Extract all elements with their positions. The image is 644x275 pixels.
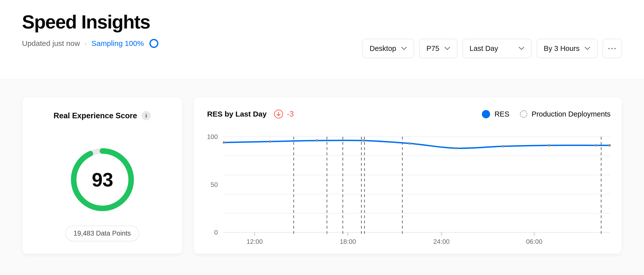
data-point[interactable] (594, 144, 597, 146)
chart-legend: RES Production Deployments (482, 110, 610, 118)
res-series-line (224, 140, 610, 148)
more-options-button[interactable]: ⋯ (602, 39, 622, 58)
y-axis-label: 0 (214, 229, 218, 236)
data-point[interactable] (548, 144, 550, 146)
legend-deployments-label: Production Deployments (532, 110, 610, 118)
y-axis-label: 50 (210, 181, 218, 188)
chevron-down-icon (401, 47, 407, 50)
data-point[interactable] (408, 142, 411, 145)
res-series-dot-icon (482, 110, 490, 118)
score-gauge: 93 (71, 148, 134, 211)
deployment-dashed-circle-icon (520, 110, 527, 118)
arrow-down-circle-icon (274, 109, 284, 119)
page-header: Speed Insights Updated just now · Sampli… (0, 0, 644, 79)
time-range-dropdown-label: Last Day (470, 44, 498, 53)
data-point[interactable] (222, 141, 225, 144)
score-value: 93 (71, 148, 134, 211)
granularity-dropdown-label: By 3 Hours (544, 44, 580, 53)
score-card-title: Real Experience Score (54, 111, 137, 120)
separator-dot: · (84, 39, 88, 48)
plot-area[interactable]: 10050012:0018:0024:0006:00 (223, 137, 610, 232)
data-point[interactable] (269, 140, 271, 143)
res-chart-card: RES by Last Day -3 RES Production De (194, 97, 622, 254)
delta-badge: -3 (274, 109, 294, 119)
legend-item-production-deployments[interactable]: Production Deployments (520, 110, 610, 118)
sampling-link[interactable]: Sampling 100% (92, 39, 144, 48)
chevron-down-icon (444, 47, 450, 50)
x-axis-label: 12:00 (246, 238, 263, 245)
real-experience-score-card: Real Experience Score i 93 19,483 Data P… (22, 97, 182, 254)
data-point[interactable] (455, 147, 458, 149)
x-axis-label: 18:00 (340, 238, 356, 245)
page-title: Speed Insights (22, 11, 622, 32)
device-dropdown-label: Desktop (370, 44, 396, 53)
percentile-dropdown-label: P75 (426, 44, 440, 53)
delta-value: -3 (287, 110, 294, 119)
filter-toolbar: Desktop P75 Last Day By 3 Hours ⋯ (362, 39, 622, 58)
data-point[interactable] (608, 144, 611, 146)
ellipsis-icon: ⋯ (608, 44, 617, 53)
chart-title: RES by Last Day (207, 110, 266, 118)
y-axis-label: 100 (207, 134, 218, 140)
data-point[interactable] (502, 145, 504, 147)
x-axis-label: 24:00 (434, 238, 450, 245)
percentile-dropdown[interactable]: P75 (419, 39, 458, 58)
updated-status: Updated just now (22, 39, 80, 48)
sampling-ring-icon (150, 39, 158, 48)
data-point[interactable] (316, 139, 318, 142)
legend-res-label: RES (494, 110, 509, 118)
time-range-dropdown[interactable]: Last Day (462, 39, 532, 58)
device-dropdown[interactable]: Desktop (362, 39, 414, 58)
granularity-dropdown[interactable]: By 3 Hours (536, 39, 598, 58)
main-content: Real Experience Score i 93 19,483 Data P… (0, 79, 644, 254)
info-icon[interactable]: i (142, 111, 151, 120)
data-points-badge: 19,483 Data Points (65, 226, 139, 241)
legend-item-res[interactable]: RES (482, 110, 509, 118)
chevron-down-icon (584, 47, 590, 50)
data-point[interactable] (362, 139, 364, 142)
chevron-down-icon (518, 47, 524, 50)
x-axis-label: 06:00 (526, 238, 542, 245)
